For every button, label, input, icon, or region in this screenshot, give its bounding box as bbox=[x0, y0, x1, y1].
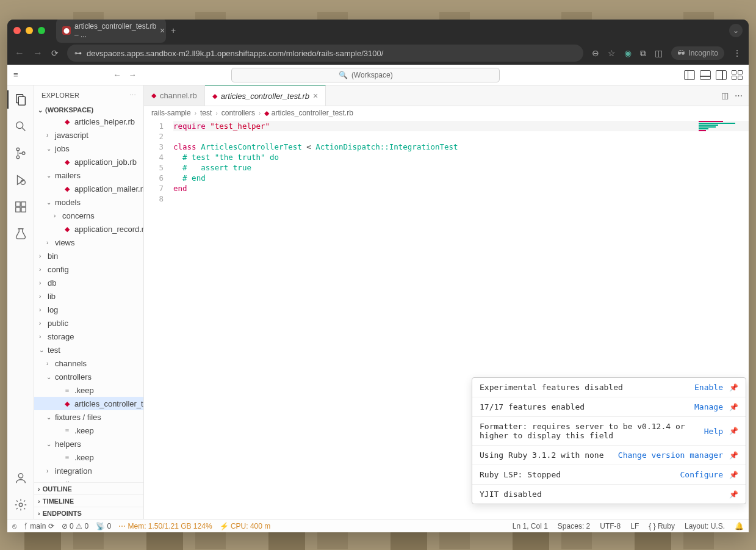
language-status[interactable]: { } Ruby bbox=[649, 522, 675, 530]
search-view-icon[interactable] bbox=[13, 118, 29, 134]
explorer-view-icon[interactable] bbox=[13, 92, 29, 107]
folder-item[interactable]: ›concerns bbox=[34, 209, 143, 222]
nav-forward-icon[interactable]: → bbox=[128, 70, 136, 79]
folder-item[interactable]: ›integration bbox=[34, 464, 143, 477]
folder-item[interactable]: ›log bbox=[34, 303, 143, 316]
file-item[interactable]: ≡.keep bbox=[34, 424, 143, 437]
breadcrumb-item[interactable]: rails-sample bbox=[151, 109, 191, 117]
back-button[interactable]: ← bbox=[15, 48, 24, 59]
incognito-badge[interactable]: 🕶 Incognito bbox=[671, 46, 724, 60]
folder-item[interactable]: ⌄controllers bbox=[34, 370, 143, 383]
site-settings-icon[interactable]: ⊶ bbox=[74, 49, 82, 57]
new-tab-button[interactable]: + bbox=[171, 26, 176, 35]
status-action-link[interactable]: Help bbox=[704, 427, 723, 436]
file-item[interactable]: ≡.keep bbox=[34, 450, 143, 464]
accounts-icon[interactable] bbox=[13, 470, 29, 486]
tab-overflow-button[interactable]: ⌄ bbox=[729, 24, 743, 37]
pin-icon[interactable]: 📌 bbox=[729, 471, 738, 479]
breadcrumbs[interactable]: rails-sample›test›controllers›◆ articles… bbox=[144, 106, 749, 120]
file-item[interactable]: ≡.keep bbox=[34, 383, 143, 397]
command-center[interactable]: 🔍 (Workspace) bbox=[231, 68, 500, 82]
editor-tab[interactable]: ◆articles_controller_test.rb× bbox=[205, 85, 326, 106]
endpoints-section[interactable]: ›ENDPOINTS bbox=[34, 507, 143, 519]
remote-indicator[interactable]: ⎋ bbox=[12, 522, 16, 530]
breadcrumb-item[interactable]: controllers bbox=[221, 109, 255, 117]
folder-item[interactable]: ⌄fixtures / files bbox=[34, 410, 143, 424]
folder-item[interactable]: ›config bbox=[34, 262, 143, 276]
run-debug-view-icon[interactable] bbox=[13, 172, 29, 188]
pin-icon[interactable]: 📌 bbox=[729, 451, 738, 460]
folder-item[interactable]: ›storage bbox=[34, 330, 143, 343]
close-window-button[interactable] bbox=[13, 27, 21, 34]
status-action-link[interactable]: Enable bbox=[694, 383, 723, 392]
extensions-icon[interactable]: ⧉ bbox=[640, 48, 646, 59]
cpu-status[interactable]: ⚡ CPU: 400 m bbox=[220, 522, 271, 530]
pin-icon[interactable]: 📌 bbox=[729, 490, 738, 499]
editor-tab[interactable]: ◆channel.rb bbox=[144, 85, 205, 106]
file-item[interactable]: ◆application_job.rb bbox=[34, 155, 143, 168]
browser-menu-icon[interactable]: ⋮ bbox=[733, 48, 741, 58]
folder-item[interactable]: ⌄test bbox=[34, 343, 143, 356]
extensions-view-icon[interactable] bbox=[13, 199, 29, 215]
folder-item[interactable]: ›views bbox=[34, 236, 143, 249]
file-item[interactable]: ◆application_mailer.rb bbox=[34, 182, 143, 195]
file-item[interactable]: ◆articles_controller_t... bbox=[34, 397, 143, 410]
folder-item[interactable]: ⌄jobs bbox=[34, 142, 143, 155]
folder-item[interactable]: ⌄mailers bbox=[34, 168, 143, 182]
memory-status[interactable]: ⋯ Mem: 1.50/1.21 GB 124% bbox=[118, 522, 212, 530]
close-tab-icon[interactable]: × bbox=[160, 26, 165, 35]
reload-button[interactable]: ⟳ bbox=[51, 48, 59, 58]
menu-icon[interactable]: ≡ bbox=[13, 70, 18, 79]
panel-icon[interactable]: ◫ bbox=[655, 48, 663, 58]
breadcrumb-item[interactable]: ◆ articles_controller_test.rb bbox=[264, 109, 353, 117]
toggle-secondary-sidebar-icon[interactable] bbox=[716, 70, 727, 80]
cursor-position[interactable]: Ln 1, Col 1 bbox=[513, 522, 548, 530]
workspace-section-header[interactable]: ⌄ (WORKSPACE) bbox=[34, 105, 143, 115]
keyboard-layout-status[interactable]: Layout: U.S. bbox=[685, 522, 725, 530]
editor-more-icon[interactable]: ⋯ bbox=[735, 91, 743, 100]
ports-indicator[interactable]: 📡 0 bbox=[96, 522, 111, 530]
outline-section[interactable]: ›OUTLINE bbox=[34, 482, 143, 494]
toggle-primary-sidebar-icon[interactable] bbox=[684, 70, 695, 80]
git-branch[interactable]: ᚶ main ⟳ bbox=[24, 522, 54, 530]
notifications-icon[interactable]: 🔔 bbox=[735, 522, 744, 530]
maximize-window-button[interactable] bbox=[38, 27, 45, 34]
folder-item[interactable]: ⌄helpers bbox=[34, 437, 143, 450]
minimize-window-button[interactable] bbox=[26, 27, 33, 34]
pin-icon[interactable]: 📌 bbox=[729, 427, 738, 435]
split-editor-icon[interactable]: ◫ bbox=[721, 91, 729, 100]
timeline-section[interactable]: ›TIMELINE bbox=[34, 494, 143, 507]
pin-icon[interactable]: 📌 bbox=[729, 383, 738, 392]
zoom-icon[interactable]: ⊖ bbox=[592, 48, 599, 58]
explorer-more-icon[interactable]: ⋯ bbox=[129, 92, 136, 100]
encoding-status[interactable]: UTF-8 bbox=[600, 522, 621, 530]
folder-item[interactable]: ›javascript bbox=[34, 128, 143, 142]
testing-view-icon[interactable] bbox=[13, 226, 29, 242]
folder-item[interactable]: ›mailers bbox=[34, 477, 143, 482]
folder-item[interactable]: ›channels bbox=[34, 356, 143, 370]
problems-indicator[interactable]: ⊘ 0 ⚠ 0 bbox=[62, 522, 88, 530]
url-bar[interactable]: ⊶ devspaces.apps.sandbox-m2.ll9k.p1.open… bbox=[67, 45, 583, 62]
file-item[interactable]: ◆application_record.rb bbox=[34, 222, 143, 236]
nav-back-icon[interactable]: ← bbox=[113, 70, 121, 79]
breadcrumb-item[interactable]: test bbox=[200, 109, 212, 117]
folder-item[interactable]: ›public bbox=[34, 316, 143, 330]
code-editor[interactable]: 12345678 require "test_helper" class Art… bbox=[144, 120, 749, 519]
indentation-status[interactable]: Spaces: 2 bbox=[558, 522, 590, 530]
minimap[interactable] bbox=[699, 121, 747, 133]
close-tab-icon[interactable]: × bbox=[313, 91, 318, 101]
extension-badge-icon[interactable]: ◉ bbox=[624, 48, 632, 58]
folder-item[interactable]: ›db bbox=[34, 276, 143, 289]
pin-icon[interactable]: 📌 bbox=[729, 403, 738, 411]
browser-tab[interactable]: ⬤ articles_controller_test.rb – ... × bbox=[56, 20, 166, 43]
folder-item[interactable]: ›bin bbox=[34, 249, 143, 262]
eol-status[interactable]: LF bbox=[630, 522, 639, 530]
file-item[interactable]: ◆articles_helper.rb bbox=[34, 115, 143, 128]
settings-gear-icon[interactable] bbox=[13, 497, 29, 513]
status-action-link[interactable]: Manage bbox=[694, 402, 723, 411]
customize-layout-icon[interactable] bbox=[732, 70, 743, 80]
forward-button[interactable]: → bbox=[33, 48, 43, 59]
bookmark-icon[interactable]: ☆ bbox=[608, 48, 616, 58]
status-action-link[interactable]: Change version manager bbox=[618, 450, 723, 460]
source-control-view-icon[interactable] bbox=[13, 145, 29, 161]
